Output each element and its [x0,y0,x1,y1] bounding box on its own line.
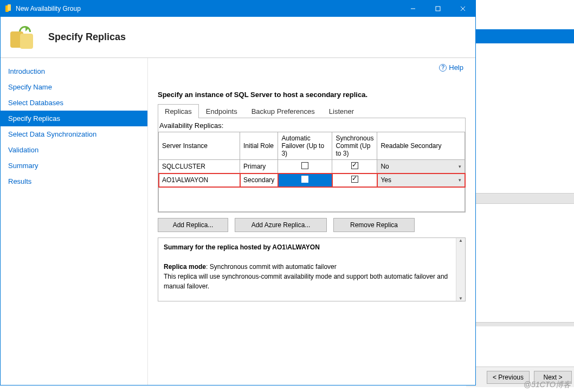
content-pane: ? Help Specify an instance of SQL Server… [148,58,475,385]
col-auto-failover[interactable]: Automatic Failover (Up to 3) [278,132,332,160]
close-button[interactable] [450,1,475,17]
nav-step-3[interactable]: Specify Replicas [1,111,147,126]
col-readable[interactable]: Readable Secondary [377,132,465,160]
chevron-down-icon: ▾ [459,177,461,183]
summary-desc: This replica will use synchronous-commit… [164,272,450,291]
remove-replica-button[interactable]: Remove Replica [333,218,415,232]
checkbox-icon[interactable] [301,176,308,183]
nav-step-5[interactable]: Validation [1,142,147,158]
scroll-up-icon[interactable]: ▲ [459,238,463,243]
cell-readable[interactable]: No▾ [377,160,465,173]
nav-step-7[interactable]: Results [1,173,147,189]
dialog-window: New Availability Group Specify Replicas … [0,0,476,385]
cell-server[interactable]: AO1\ALWAYON [159,173,240,187]
scroll-down-icon[interactable]: ▼ [459,296,463,301]
col-sync-commit[interactable]: Synchronous Commit (Up to 3) [332,132,377,160]
tab-replicas[interactable]: Replicas [158,104,199,118]
nav-step-4[interactable]: Select Data Synchronization [1,126,147,142]
minimize-button[interactable] [401,1,425,17]
add-replica-button[interactable]: Add Replica... [158,218,228,232]
cell-sync-commit[interactable] [332,160,377,173]
wizard-icon [10,25,35,50]
cell-sync-commit[interactable] [332,173,377,187]
checkbox-icon[interactable] [351,162,358,169]
svg-rect-1 [436,7,440,11]
col-role[interactable]: Initial Role [240,132,278,160]
page-header: Specify Replicas [1,17,475,58]
checkbox-icon[interactable] [301,162,308,169]
help-icon: ? [439,64,447,72]
table-row: SQLCLUSTERPrimaryNo▾ [159,160,465,173]
table-row: AO1\ALWAYONSecondaryYes▾ [159,173,465,187]
add-azure-replica-button[interactable]: Add Azure Replica... [235,218,327,232]
cell-auto-failover[interactable] [278,173,332,187]
cell-readable[interactable]: Yes▾ [377,173,465,187]
tab-backup-preferences[interactable]: Backup Preferences [244,104,322,118]
watermark: @51CTO博客 [524,380,571,390]
cell-role: Primary [240,160,278,173]
col-server[interactable]: Server Instance [159,132,240,160]
maximize-button[interactable] [425,1,450,17]
nav-step-0[interactable]: Introduction [1,63,147,79]
summary-mode: Replica mode: Synchronous commit with au… [164,262,450,272]
cell-auto-failover[interactable] [278,160,332,173]
checkbox-icon[interactable] [351,176,358,183]
instruction-text: Specify an instance of SQL Server to hos… [158,91,466,99]
wizard-nav: IntroductionSpecify NameSelect Databases… [1,58,148,385]
window-title: New Availability Group [16,5,401,12]
tab-endpoints[interactable]: Endpoints [199,104,244,118]
page-title: Specify Replicas [48,31,126,43]
cell-role: Secondary [240,173,278,187]
nav-step-2[interactable]: Select Databases [1,95,147,111]
title-bar: New Availability Group [1,1,475,17]
tab-strip: ReplicasEndpointsBackup PreferencesListe… [158,104,466,118]
chevron-down-icon: ▾ [459,164,461,169]
help-link[interactable]: ? Help [439,63,463,72]
grid-empty-area [158,187,465,212]
nav-step-6[interactable]: Summary [1,158,147,173]
grid-label: Availability Replicas: [158,118,465,132]
nav-step-1[interactable]: Specify Name [1,79,147,95]
summary-title: Summary for the replica hosted by AO1\AL… [164,242,450,252]
summary-panel: Summary for the replica hosted by AO1\AL… [158,237,466,301]
replicas-grid: Server Instance Initial Role Automatic F… [158,132,465,187]
cell-server[interactable]: SQLCLUSTER [159,160,240,173]
summary-scrollbar[interactable]: ▲▼ [456,238,465,301]
tab-listener[interactable]: Listener [322,104,361,118]
app-icon [4,4,12,13]
